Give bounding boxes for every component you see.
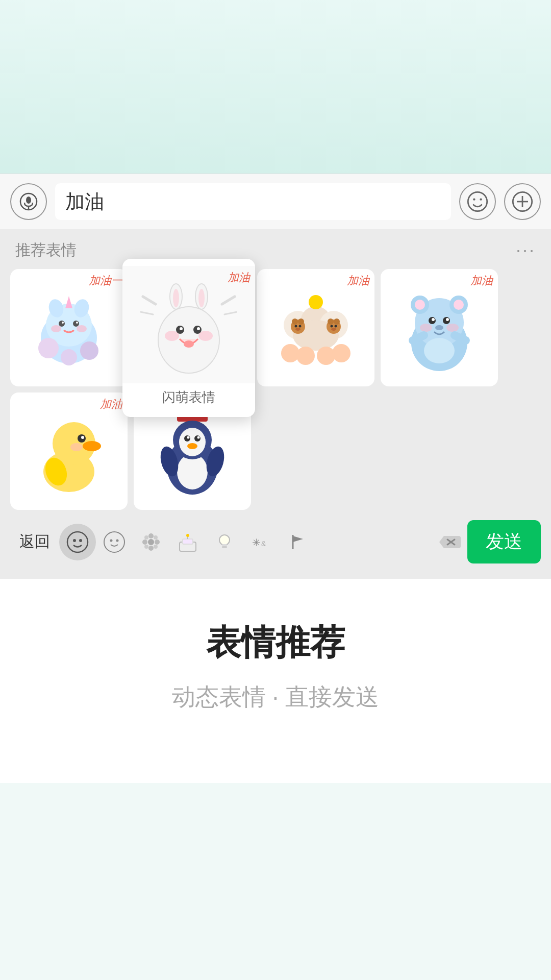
svg-point-116 (148, 533, 154, 538)
svg-point-68 (331, 328, 336, 331)
svg-point-47 (180, 327, 183, 330)
svg-point-70 (296, 347, 315, 365)
svg-point-1 (26, 197, 31, 204)
promo-section: 表情推荐 动态表情 · 直接发送 (0, 579, 551, 783)
svg-point-95 (70, 443, 83, 451)
svg-point-56 (309, 295, 323, 309)
emoji-button[interactable] (459, 183, 496, 220)
send-button[interactable]: 发送 (467, 520, 541, 564)
svg-point-51 (198, 331, 213, 341)
svg-point-110 (73, 539, 76, 542)
sticker-header: 推荐表情 ··· (0, 229, 551, 269)
plus-button[interactable] (504, 183, 541, 220)
svg-point-22 (61, 349, 77, 365)
svg-point-71 (317, 347, 335, 365)
svg-marker-134 (293, 536, 303, 542)
sticker-panel: 推荐表情 ··· 加油一 (0, 229, 551, 579)
svg-point-118 (142, 540, 147, 545)
svg-point-66 (331, 325, 333, 328)
svg-point-18 (51, 325, 61, 332)
toolbar-cake-icon[interactable] (169, 524, 206, 560)
toolbar-flag-icon[interactable] (280, 524, 316, 560)
svg-point-5 (480, 198, 482, 200)
svg-point-121 (154, 535, 158, 540)
svg-point-106 (187, 443, 197, 449)
voice-button[interactable] (10, 183, 47, 220)
svg-point-115 (148, 539, 154, 545)
toolbar-sticker-icon[interactable] (59, 524, 96, 560)
svg-point-81 (432, 318, 435, 321)
svg-point-61 (299, 325, 302, 328)
svg-point-48 (197, 327, 200, 330)
sticker-item-5[interactable]: 加油 (381, 269, 498, 386)
svg-point-14 (59, 321, 65, 327)
chat-background (0, 0, 551, 174)
svg-text:&: & (261, 540, 266, 548)
svg-point-20 (38, 338, 59, 358)
svg-point-114 (116, 539, 119, 542)
svg-rect-130 (222, 546, 227, 548)
svg-point-78 (454, 300, 464, 310)
toolbar-flower-icon[interactable] (133, 524, 169, 560)
svg-point-3 (468, 192, 487, 211)
svg-point-58 (292, 318, 298, 325)
svg-line-88 (455, 335, 466, 340)
svg-rect-125 (183, 539, 193, 544)
promo-subtitle: 动态表情 · 直接发送 (172, 681, 379, 713)
promo-title: 表情推荐 (206, 620, 345, 666)
svg-point-127 (186, 534, 189, 537)
sticker-item-1[interactable]: 加油一 (10, 269, 128, 386)
svg-point-19 (77, 325, 87, 332)
svg-point-15 (73, 321, 79, 327)
svg-point-72 (332, 344, 350, 362)
input-bar (0, 174, 551, 229)
svg-point-94 (81, 436, 84, 439)
svg-point-59 (298, 318, 304, 325)
svg-point-77 (415, 300, 425, 310)
svg-point-21 (80, 341, 98, 360)
toolbar-bulb-icon[interactable] (206, 524, 243, 560)
sticker-item-4[interactable]: 加油 (257, 269, 374, 386)
svg-marker-13 (65, 296, 72, 308)
svg-point-17 (76, 322, 78, 324)
svg-point-86 (424, 338, 455, 363)
svg-point-111 (79, 539, 82, 542)
svg-point-123 (154, 545, 158, 549)
svg-point-85 (446, 324, 459, 332)
sticker-popup-name: 闪萌表情 (162, 383, 215, 410)
svg-point-120 (144, 535, 148, 540)
svg-point-50 (165, 331, 179, 341)
svg-point-104 (187, 436, 190, 439)
sticker-toolbar: 返回 (0, 510, 551, 579)
svg-point-83 (435, 325, 443, 330)
toolbar-special-icon[interactable]: ✳ & (243, 524, 280, 560)
sticker-item-6[interactable]: 加油 (10, 393, 128, 510)
toolbar-emoji-icon[interactable] (96, 524, 133, 560)
svg-point-103 (194, 435, 201, 442)
svg-point-4 (473, 198, 475, 200)
sticker-more-button[interactable]: ··· (516, 239, 536, 261)
svg-text:✳: ✳ (252, 537, 261, 548)
svg-point-109 (67, 532, 88, 552)
svg-point-84 (420, 324, 432, 332)
svg-line-38 (140, 312, 153, 314)
message-input[interactable] (55, 183, 451, 220)
svg-point-113 (110, 539, 113, 542)
svg-point-16 (62, 322, 64, 324)
svg-point-119 (155, 540, 160, 545)
svg-point-117 (148, 546, 154, 551)
svg-point-62 (295, 328, 300, 331)
svg-point-105 (197, 436, 200, 439)
delete-button[interactable] (431, 524, 467, 560)
sticker-popup-image: 加油 (122, 266, 255, 383)
svg-point-92 (83, 441, 101, 451)
svg-point-65 (334, 318, 340, 325)
svg-line-37 (222, 297, 235, 304)
sticker-popup[interactable]: 加油 (122, 259, 255, 417)
svg-point-43 (198, 289, 205, 307)
svg-point-128 (219, 535, 230, 545)
sticker-header-label: 推荐表情 (15, 240, 77, 261)
svg-point-82 (446, 318, 449, 321)
back-button[interactable]: 返回 (10, 526, 59, 557)
keyboard-panel: 推荐表情 ··· 加油一 (0, 174, 551, 579)
